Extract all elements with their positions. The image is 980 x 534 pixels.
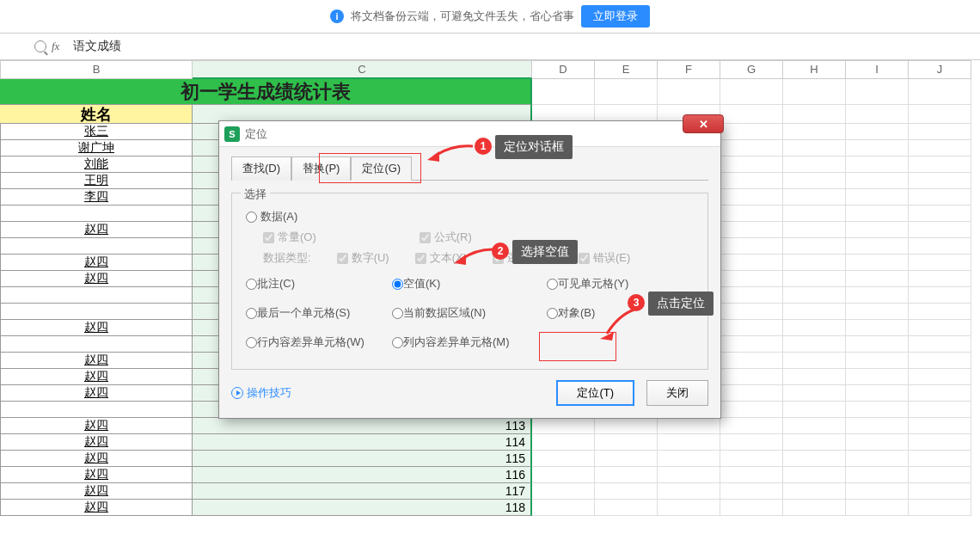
empty-cell[interactable] <box>909 189 971 206</box>
cell-name[interactable]: 赵四 <box>0 353 193 369</box>
empty-cell[interactable] <box>846 140 909 157</box>
cell-name[interactable]: 赵四 <box>0 500 193 516</box>
empty-cell[interactable] <box>846 287 909 304</box>
cell-name[interactable]: 刘能 <box>0 157 193 173</box>
radio-comment[interactable]: 批注(C) <box>246 276 392 292</box>
empty-cell[interactable] <box>595 467 658 483</box>
empty-cell[interactable] <box>783 467 846 483</box>
empty-cell[interactable] <box>783 369 846 385</box>
empty-cell[interactable] <box>846 157 909 173</box>
cell-value[interactable]: 118 <box>193 500 532 516</box>
empty-cell[interactable] <box>783 255 846 271</box>
empty-cell[interactable] <box>595 451 658 467</box>
empty-cell[interactable] <box>909 255 971 271</box>
empty-cell[interactable] <box>909 353 971 369</box>
empty-cell[interactable] <box>909 124 971 140</box>
tips-link[interactable]: 操作技巧 <box>231 385 291 401</box>
empty-cell[interactable] <box>720 105 783 124</box>
empty-cell[interactable] <box>783 157 846 173</box>
empty-cell[interactable] <box>909 157 971 173</box>
empty-cell[interactable] <box>720 189 783 206</box>
cell-name[interactable] <box>0 336 193 353</box>
empty-cell[interactable] <box>720 304 783 320</box>
col-header-F[interactable]: F <box>658 60 720 79</box>
empty-cell[interactable] <box>783 500 846 516</box>
empty-cell[interactable] <box>532 500 595 516</box>
empty-cell[interactable] <box>595 500 658 516</box>
cell-name[interactable]: 赵四 <box>0 385 193 402</box>
empty-cell[interactable] <box>783 385 846 402</box>
empty-cell[interactable] <box>909 500 971 516</box>
empty-cell[interactable] <box>783 402 846 418</box>
empty-cell[interactable] <box>783 222 846 238</box>
empty-cell[interactable] <box>909 320 971 336</box>
empty-cell[interactable] <box>532 483 595 500</box>
empty-cell[interactable] <box>783 124 846 140</box>
empty-cell[interactable] <box>658 483 720 500</box>
empty-cell[interactable] <box>846 238 909 255</box>
fx-label[interactable]: fx <box>52 40 59 53</box>
empty-cell[interactable] <box>846 418 909 434</box>
cell-name[interactable]: 张三 <box>0 124 193 140</box>
tab-goto[interactable]: 定位(G) <box>351 157 412 181</box>
cell-name[interactable] <box>0 304 193 320</box>
empty-cell[interactable] <box>720 418 783 434</box>
empty-cell[interactable] <box>720 467 783 483</box>
empty-cell[interactable] <box>909 222 971 238</box>
empty-cell[interactable] <box>846 222 909 238</box>
cell-name[interactable] <box>0 238 193 255</box>
cell-name[interactable] <box>0 402 193 418</box>
cell-name[interactable]: 赵四 <box>0 418 193 434</box>
cell-name[interactable]: 赵四 <box>0 255 193 271</box>
empty-cell[interactable] <box>909 467 971 483</box>
empty-cell[interactable] <box>846 336 909 353</box>
empty-cell[interactable] <box>720 271 783 287</box>
empty-cell[interactable] <box>909 271 971 287</box>
empty-cell[interactable] <box>720 157 783 173</box>
empty-cell[interactable] <box>783 451 846 467</box>
empty-cell[interactable] <box>783 271 846 287</box>
empty-cell[interactable] <box>720 451 783 467</box>
col-header-G[interactable]: G <box>720 60 783 79</box>
col-header-B[interactable]: B <box>0 60 193 79</box>
empty-cell[interactable] <box>658 451 720 467</box>
empty-cell[interactable] <box>720 173 783 189</box>
empty-cell[interactable] <box>846 451 909 467</box>
empty-cell[interactable] <box>532 451 595 467</box>
empty-cell[interactable] <box>783 189 846 206</box>
empty-cell[interactable] <box>909 451 971 467</box>
col-header-E[interactable]: E <box>595 60 658 79</box>
empty-cell[interactable] <box>783 105 846 124</box>
radio-coldiff[interactable]: 列内容差异单元格(M) <box>392 335 547 350</box>
cell-name[interactable]: 王明 <box>0 173 193 189</box>
cell-value[interactable]: 115 <box>193 451 532 467</box>
close-icon[interactable]: ✕ <box>683 114 724 133</box>
empty-cell[interactable] <box>909 434 971 451</box>
empty-cell[interactable] <box>846 173 909 189</box>
empty-cell[interactable] <box>846 105 909 124</box>
empty-cell[interactable] <box>909 140 971 157</box>
empty-cell[interactable] <box>595 79 658 105</box>
empty-cell[interactable] <box>720 320 783 336</box>
empty-cell[interactable] <box>658 418 720 434</box>
cell-name[interactable]: 赵四 <box>0 222 193 238</box>
cell-name[interactable]: 赵四 <box>0 434 193 451</box>
cell-value[interactable]: 116 <box>193 467 532 483</box>
empty-cell[interactable] <box>720 369 783 385</box>
empty-cell[interactable] <box>846 255 909 271</box>
empty-cell[interactable] <box>909 79 971 105</box>
empty-cell[interactable] <box>909 336 971 353</box>
empty-cell[interactable] <box>909 105 971 124</box>
empty-cell[interactable] <box>846 304 909 320</box>
empty-cell[interactable] <box>720 385 783 402</box>
radio-rowdiff[interactable]: 行内容差异单元格(W) <box>246 335 392 350</box>
empty-cell[interactable] <box>783 418 846 434</box>
empty-cell[interactable] <box>720 434 783 451</box>
empty-cell[interactable] <box>846 353 909 369</box>
empty-cell[interactable] <box>720 222 783 238</box>
search-icon[interactable] <box>34 40 46 52</box>
empty-cell[interactable] <box>783 336 846 353</box>
empty-cell[interactable] <box>595 483 658 500</box>
empty-cell[interactable] <box>783 483 846 500</box>
empty-cell[interactable] <box>720 255 783 271</box>
